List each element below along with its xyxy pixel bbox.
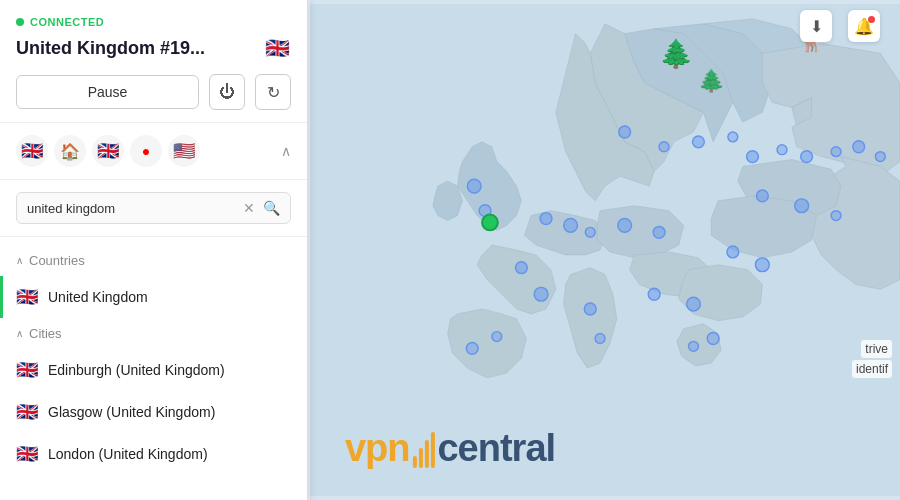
- svg-point-22: [747, 151, 759, 163]
- quick-flag-us[interactable]: 🇺🇸: [168, 135, 200, 167]
- cities-section-header[interactable]: ∧ Cities: [0, 318, 307, 349]
- svg-point-32: [755, 258, 769, 272]
- glasgow-name: Glasgow (United Kingdom): [48, 404, 215, 420]
- svg-point-20: [618, 219, 632, 233]
- quick-flag-uk1[interactable]: 🇬🇧: [16, 135, 48, 167]
- quick-flag-uk2[interactable]: 🇬🇧: [92, 135, 124, 167]
- svg-text:🌲: 🌲: [698, 67, 725, 94]
- quick-flag-red[interactable]: ●: [130, 135, 162, 167]
- svg-point-31: [727, 246, 739, 258]
- notifications-button[interactable]: 🔔: [848, 10, 880, 42]
- city-item-edinburgh[interactable]: 🇬🇧 Edinburgh (United Kingdom): [0, 349, 307, 391]
- svg-point-33: [619, 126, 631, 138]
- map-area: 🌲 🌲 🦌: [310, 0, 900, 500]
- refresh-icon: ↻: [267, 83, 280, 102]
- countries-section-header[interactable]: ∧ Countries: [0, 245, 307, 276]
- vpn-bar-2: [418, 448, 422, 468]
- svg-point-4: [467, 179, 481, 193]
- svg-point-11: [534, 287, 548, 301]
- country-item-uk[interactable]: 🇬🇧 United Kingdom: [0, 276, 307, 318]
- svg-point-8: [564, 219, 578, 233]
- sidebar-header: CONNECTED United Kingdom #19... 🇬🇧 Pause…: [0, 0, 307, 123]
- bell-icon: 🔔: [854, 17, 874, 36]
- connected-badge: CONNECTED: [16, 16, 291, 28]
- top-toolbar: ⬇ 🔔: [800, 10, 880, 42]
- svg-point-25: [831, 147, 841, 157]
- vpn-text: vpn: [345, 427, 410, 470]
- central-text: central: [437, 427, 555, 470]
- svg-point-35: [693, 136, 705, 148]
- search-box: ✕ 🔍: [16, 192, 291, 224]
- control-row: Pause ⏻ ↻: [16, 74, 291, 110]
- london-flag-icon: 🇬🇧: [16, 443, 38, 465]
- svg-point-17: [687, 297, 701, 311]
- quick-flag-home[interactable]: 🏠: [54, 135, 86, 167]
- edinburgh-name: Edinburgh (United Kingdom): [48, 362, 225, 378]
- search-submit-button[interactable]: 🔍: [263, 200, 280, 216]
- london-name: London (United Kingdom): [48, 446, 208, 462]
- search-input[interactable]: [27, 201, 235, 216]
- svg-point-13: [492, 332, 502, 342]
- connected-dot: [16, 18, 24, 26]
- uk-flag-icon: 🇬🇧: [16, 286, 38, 308]
- svg-point-7: [540, 213, 552, 225]
- svg-point-30: [831, 211, 841, 221]
- svg-point-10: [516, 262, 528, 274]
- svg-point-9: [585, 227, 595, 237]
- city-item-london[interactable]: 🇬🇧 London (United Kingdom): [0, 433, 307, 475]
- uk-country-name: United Kingdom: [48, 289, 148, 305]
- svg-point-24: [801, 151, 813, 163]
- sidebar: CONNECTED United Kingdom #19... 🇬🇧 Pause…: [0, 0, 308, 500]
- vpn-bar-3: [424, 440, 428, 468]
- svg-point-18: [707, 333, 719, 345]
- svg-point-14: [584, 303, 596, 315]
- side-snippet-1: trive: [861, 340, 892, 358]
- svg-point-26: [853, 141, 865, 153]
- svg-point-27: [875, 152, 885, 162]
- vpn-bars-icon: [412, 430, 434, 468]
- side-snippet-2: identif: [852, 360, 892, 378]
- svg-point-6: [482, 215, 498, 231]
- download-icon: ⬇: [810, 17, 823, 36]
- flags-row: 🇬🇧 🏠 🇬🇧 ● 🇺🇸 ∧: [0, 123, 307, 180]
- edinburgh-flag-icon: 🇬🇧: [16, 359, 38, 381]
- svg-point-19: [689, 341, 699, 351]
- vpn-bar-4: [430, 432, 434, 468]
- svg-point-23: [777, 145, 787, 155]
- power-icon: ⏻: [219, 83, 235, 101]
- svg-point-34: [659, 142, 669, 152]
- glasgow-flag-icon: 🇬🇧: [16, 401, 38, 423]
- server-list: ∧ Countries 🇬🇧 United Kingdom ∧ Cities 🇬…: [0, 237, 307, 500]
- svg-point-36: [728, 132, 738, 142]
- server-name: United Kingdom #19...: [16, 38, 205, 59]
- search-section: ✕ 🔍: [0, 180, 307, 237]
- svg-point-28: [756, 190, 768, 202]
- collapse-flags-button[interactable]: ∧: [281, 143, 291, 159]
- svg-text:🌲: 🌲: [659, 37, 694, 70]
- refresh-button[interactable]: ↻: [255, 74, 291, 110]
- svg-point-16: [648, 288, 660, 300]
- svg-point-21: [653, 226, 665, 238]
- vpn-watermark: vpn central: [345, 427, 555, 470]
- countries-label: Countries: [29, 253, 85, 268]
- power-button[interactable]: ⏻: [209, 74, 245, 110]
- svg-point-15: [595, 334, 605, 344]
- search-clear-button[interactable]: ✕: [243, 200, 255, 216]
- connected-label: CONNECTED: [30, 16, 104, 28]
- cities-collapse-icon: ∧: [16, 328, 23, 339]
- cities-label: Cities: [29, 326, 62, 341]
- pause-button[interactable]: Pause: [16, 75, 199, 109]
- server-row: United Kingdom #19... 🇬🇧: [16, 34, 291, 62]
- svg-point-29: [795, 199, 809, 213]
- countries-collapse-icon: ∧: [16, 255, 23, 266]
- vpn-bar-1: [412, 456, 416, 468]
- city-item-glasgow[interactable]: 🇬🇧 Glasgow (United Kingdom): [0, 391, 307, 433]
- download-button[interactable]: ⬇: [800, 10, 832, 42]
- server-flag: 🇬🇧: [263, 34, 291, 62]
- svg-point-12: [466, 342, 478, 354]
